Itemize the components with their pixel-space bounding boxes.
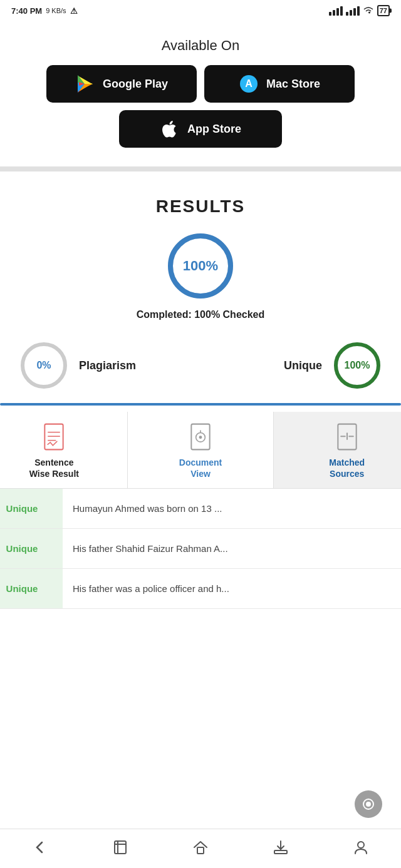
svg-rect-32 (274, 850, 287, 854)
status-bar: 7:40 PM 9 KB/s ⚠ 77 (0, 0, 401, 19)
svg-point-34 (358, 842, 364, 848)
app-store-button[interactable]: App Store (119, 110, 282, 148)
google-play-icon (75, 74, 95, 94)
store-buttons-row: Google Play A Mac Store (19, 65, 382, 103)
plagiarism-circle: 0% (19, 340, 69, 391)
result-row-1: Unique His father Shahid Faizur Rahman A… (0, 529, 401, 569)
plagiarism-value: 0% (36, 360, 51, 371)
tab-document-view-label: DocumentView (179, 457, 222, 479)
matched-sources-icon (333, 423, 361, 451)
completed-text: Completed: 100% Checked (19, 309, 382, 320)
app-store-label: App Store (187, 123, 241, 136)
data-speed: 9 KB/s (46, 7, 66, 14)
nav-home[interactable] (180, 837, 221, 858)
plagiarism-row: 0% Plagiarism Unique 100% (19, 334, 382, 403)
google-play-button[interactable]: Google Play (46, 65, 197, 103)
tab-sentence-wise[interactable]: SentenceWise Result (0, 412, 128, 488)
svg-rect-28 (115, 841, 126, 854)
sentence-wise-icon (40, 423, 68, 451)
unique-label: Unique (284, 359, 322, 372)
svg-point-26 (366, 802, 371, 807)
unique-circle: 100% (332, 340, 382, 391)
apple-icon (160, 119, 180, 139)
available-title: Available On (19, 38, 382, 54)
svg-text:A: A (245, 78, 253, 89)
result-badge-2: Unique (0, 569, 63, 608)
result-row-0: Unique Humayun Ahmed was born on 13 ... (0, 489, 401, 529)
google-play-label: Google Play (103, 78, 168, 91)
big-circle-container: 100% (19, 232, 382, 300)
results-list: Unique Humayun Ahmed was born on 13 ... … (0, 489, 401, 609)
badge-text-0: Unique (6, 503, 38, 514)
result-text-0: Humayun Ahmed was born on 13 ... (63, 493, 401, 524)
time: 7:40 PM (11, 6, 42, 16)
view-tabs: SentenceWise Result DocumentView Matched… (0, 412, 401, 489)
result-badge-0: Unique (0, 489, 63, 528)
mac-store-icon: A (239, 74, 259, 94)
tab-document-view[interactable]: DocumentView (128, 412, 274, 488)
svg-rect-31 (197, 847, 204, 854)
float-action-button[interactable] (355, 790, 382, 818)
section-divider (0, 166, 401, 171)
badge-text-1: Unique (6, 543, 38, 554)
tab-sentence-wise-label: SentenceWise Result (29, 457, 79, 479)
main-progress-circle: 100% (166, 232, 235, 300)
nav-profile[interactable] (340, 837, 382, 858)
blue-progress-bar (0, 403, 401, 406)
tab-matched-sources[interactable]: MatchedSources (274, 412, 401, 488)
document-view-icon (187, 423, 214, 451)
results-title: RESULTS (19, 197, 382, 217)
tab-matched-sources-label: MatchedSources (329, 457, 365, 479)
available-section: Available On (0, 19, 401, 160)
nav-download[interactable] (260, 837, 301, 858)
nav-book[interactable] (100, 837, 141, 858)
plagiarism-label: Plagiarism (79, 359, 136, 372)
warning-icon: ⚠ (70, 6, 78, 16)
result-row-2: Unique His father was a police officer a… (0, 569, 401, 609)
mac-store-button[interactable]: A Mac Store (204, 65, 355, 103)
result-text-2: His father was a police officer and h... (63, 573, 401, 604)
results-section: RESULTS 100% Completed: 100% Checked 0% … (0, 178, 401, 412)
result-text-1: His father Shahid Faizur Rahman A... (63, 533, 401, 564)
badge-text-2: Unique (6, 583, 38, 594)
unique-value: 100% (345, 360, 370, 371)
main-circle-value: 100% (183, 258, 218, 274)
signal-bars (329, 6, 343, 16)
battery-indicator: 77 (377, 5, 390, 16)
mac-store-label: Mac Store (266, 78, 320, 91)
result-badge-1: Unique (0, 529, 63, 568)
svg-point-20 (199, 436, 202, 439)
signal-bars-2 (346, 6, 360, 16)
nav-back[interactable] (19, 837, 61, 858)
bottom-nav (0, 829, 401, 868)
wifi-icon (363, 6, 374, 16)
